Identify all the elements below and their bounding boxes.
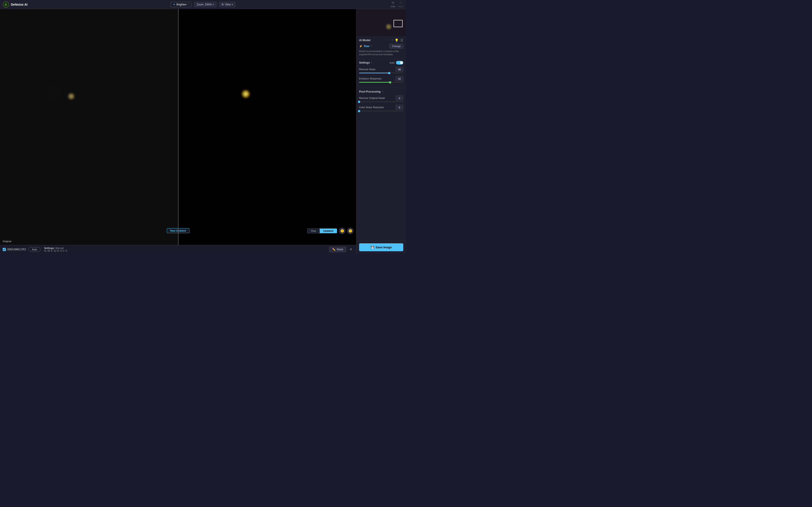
auto-toggle: Auto — [390, 61, 403, 64]
change-model-button[interactable]: Change — [390, 44, 403, 48]
right-panel-spacer — [356, 116, 406, 241]
split-divider[interactable] — [178, 9, 179, 245]
settings-info: Settings: Manual N: 40 S: 42 R: 0 C: 0 — [44, 247, 67, 252]
color-noise-thumb — [358, 110, 360, 112]
chevron-down-icon-2: ▾ — [232, 3, 233, 6]
view-label: View — [225, 3, 231, 6]
color-noise-label-row: Color Noise Reduction 0 — [359, 105, 403, 110]
recover-detail-label: Recover Original Detail — [359, 97, 385, 99]
model-name-area: ⚡ Raw ? — [359, 45, 372, 48]
ai-model-header: AI Model ? 💡 ☰ — [359, 39, 403, 42]
view-icon: ⊞ — [221, 3, 223, 6]
enhance-sharpness-label: Enhance Sharpness — [359, 77, 382, 80]
topbar-center: ✦ Brighten ? Zoom 294% ▾ ⊞ View ▾ — [170, 2, 236, 7]
enhance-sharpness-label-row: Enhance Sharpness 42 — [359, 76, 403, 81]
enhance-sharpness-value[interactable]: 42 — [396, 76, 403, 81]
app-logo: D — [3, 1, 9, 8]
main-layout: Original Raw Updated 🙂 😕 R — [0, 9, 406, 253]
raw-updated-bar: Raw Updated 🙂 😕 — [307, 228, 353, 234]
recover-detail-label-row: Recover Original Detail 0 — [359, 96, 403, 101]
close-button[interactable]: ✕ — [348, 247, 353, 252]
save-icon: 💾 — [371, 245, 374, 249]
recover-detail-group: Recover Original Detail 0 — [359, 96, 403, 102]
redo-button[interactable]: Redo — [398, 1, 403, 8]
updated-tab[interactable]: Updated — [320, 229, 337, 233]
mask-label: Mask — [337, 248, 343, 251]
bulb-icon[interactable]: 💡 — [395, 39, 399, 42]
zoom-button[interactable]: Zoom 294% ▾ — [194, 2, 216, 7]
recover-detail-value[interactable]: 0 — [396, 96, 403, 101]
list-icon[interactable]: ☰ — [400, 39, 403, 42]
remove-noise-value[interactable]: 40 — [396, 67, 403, 72]
view-button[interactable]: ⊞ View ▾ — [219, 2, 236, 7]
remove-noise-label: Remove Noise — [359, 68, 375, 71]
brighten-button[interactable]: ✦ Brighten ? — [170, 2, 192, 7]
zoom-label: Zoom — [197, 3, 204, 6]
undo-button[interactable]: Undo — [390, 1, 395, 8]
file-checkbox[interactable] — [3, 248, 6, 251]
settings-help-icon[interactable]: ? — [371, 61, 372, 64]
model-row: ⚡ Raw ? Change — [359, 44, 403, 48]
enhance-sharpness-thumb — [389, 81, 391, 83]
original-panel: Original — [0, 9, 178, 245]
post-processing-help-icon[interactable]: ? — [382, 90, 383, 93]
chevron-down-icon: ▾ — [213, 3, 214, 6]
ai-model-icons: ? 💡 ☰ — [392, 39, 403, 42]
save-image-label: Save Image — [376, 245, 392, 249]
enhance-sharpness-track[interactable] — [359, 82, 403, 82]
save-area: 💾 Save Image — [356, 241, 406, 253]
zoom-value: 294% — [205, 3, 212, 6]
mask-icon: ✏️ — [332, 248, 336, 251]
lightning-icon: ⚡ — [359, 45, 362, 48]
help-icon: ? — [188, 3, 189, 6]
ai-model-title: AI Model — [359, 39, 370, 42]
raw-tab[interactable]: Raw — [307, 229, 320, 233]
auto-toggle-switch[interactable] — [396, 61, 403, 64]
post-processing-section: Post-Processing ? Recover Original Detai… — [356, 88, 406, 116]
remove-noise-group: Remove Noise 40 — [359, 67, 403, 73]
settings-section: Settings ? Auto Remove Noise 40 — [356, 59, 406, 88]
color-noise-group: Color Noise Reduction 0 — [359, 105, 403, 111]
file-name: 009A3966.CR3 — [7, 248, 26, 251]
ai-model-help-icon[interactable]: ? — [392, 39, 393, 42]
auto-button[interactable]: Auto — [29, 247, 41, 252]
processed-image — [178, 9, 356, 245]
bottom-bar: 009A3966.CR3 Auto Settings: Manual N: 40… — [0, 245, 356, 253]
settings-row-header: Settings ? Auto — [359, 61, 403, 64]
file-checkbox-area: 009A3966.CR3 — [3, 248, 26, 251]
model-help-icon[interactable]: ? — [371, 45, 372, 48]
original-image — [0, 9, 178, 245]
color-noise-label: Color Noise Reduction — [359, 106, 384, 109]
post-processing-header: Post-Processing ? — [359, 90, 403, 93]
star-icon: ✦ — [173, 3, 175, 6]
original-image-overlay — [0, 9, 178, 245]
app-title: DeNoise AI — [11, 3, 28, 6]
post-processing-title: Post-Processing — [359, 90, 380, 93]
auto-toggle-label: Auto — [390, 61, 395, 64]
sad-icon[interactable]: 😕 — [347, 228, 353, 234]
processed-panel — [178, 9, 356, 245]
recover-detail-thumb — [358, 101, 360, 103]
save-image-button[interactable]: 💾 Save Image — [359, 243, 403, 251]
enhance-sharpness-fill — [359, 82, 390, 82]
color-noise-value[interactable]: 0 — [396, 105, 403, 110]
settings-label: Settings: — [44, 247, 55, 249]
raw-model-name: Raw — [364, 45, 369, 48]
settings-mode: Manual — [55, 247, 64, 249]
color-noise-track[interactable] — [359, 111, 403, 111]
thumbnail-viewport[interactable] — [394, 20, 403, 27]
split-view: Original Raw Updated 🙂 😕 R — [0, 9, 356, 245]
bottom-right: ✏️ Mask ✕ — [329, 247, 353, 252]
original-label: Original — [3, 240, 11, 243]
raw-updated-toggle[interactable]: Raw Updated — [307, 228, 337, 233]
logo-area: D DeNoise AI — [3, 1, 28, 8]
recover-detail-track[interactable] — [359, 101, 403, 102]
undo-label: Undo — [390, 5, 395, 8]
brighten-label: Brighten — [176, 3, 187, 6]
settings-title: Settings — [359, 61, 370, 64]
remove-noise-label-row: Remove Noise 40 — [359, 67, 403, 72]
top-bar: D DeNoise AI ✦ Brighten ? Zoom 294% ▾ ⊞ … — [0, 0, 406, 9]
smile-icon[interactable]: 🙂 — [339, 228, 345, 234]
mask-button[interactable]: ✏️ Mask — [329, 247, 346, 252]
remove-noise-track[interactable] — [359, 73, 403, 73]
